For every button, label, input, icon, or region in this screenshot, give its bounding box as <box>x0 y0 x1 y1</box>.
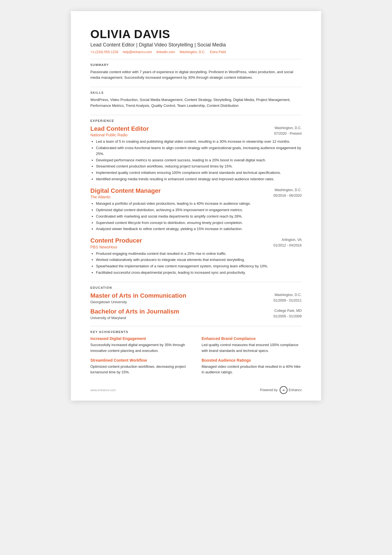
list-item: Coordinated with marketing and social me… <box>96 214 302 219</box>
edu-entry-2: Bachelor of Arts in Journalism Universit… <box>90 308 302 320</box>
edu-header-1: Master of Arts in Communication Georgeto… <box>90 292 302 304</box>
edu-left-1: Master of Arts in Communication Georgeto… <box>90 292 186 304</box>
achievement-item-2: Enhanced Brand Compliance Led quality co… <box>202 336 302 353</box>
skills-text: WordPress, Video Production, Social Medi… <box>90 97 302 109</box>
edu-meta-2: College Park, MD 01/2005 - 01/2009 <box>260 308 302 319</box>
experience-section: EXPERIENCE Lead Content Editor National … <box>90 119 302 276</box>
list-item: Identified emerging media trends resulti… <box>96 176 302 182</box>
footer-url: www.enhancv.com <box>90 388 116 392</box>
job-header-2: Digital Content Manager The Atlantic Was… <box>90 187 302 201</box>
job-location-1: Washington, D.C. <box>260 125 302 131</box>
job-dates-2: 05/2016 - 06/2020 <box>260 193 302 198</box>
achievement-title-3: Streamlined Content Workflow <box>90 358 190 362</box>
contact-location: Washington, D.C. <box>179 50 205 54</box>
list-item: Developed performance metrics to assess … <box>96 157 302 163</box>
job-location-2: Washington, D.C. <box>260 187 302 193</box>
achievements-label: KEY ACHIEVEMENTS <box>90 330 302 334</box>
job-header-3: Content Producer PBS NewsHour Arlington,… <box>90 237 302 251</box>
list-item: Optimized digital content distribution, … <box>96 207 302 213</box>
list-item: Streamlined content production workflows… <box>96 164 302 169</box>
job-bullets-2: Managed a portfolio of podcast video pro… <box>96 201 302 232</box>
job-header-1: Lead Content Editor National Public Radi… <box>90 125 302 139</box>
list-item: Collaborated with cross-functional teams… <box>96 145 302 157</box>
achievement-title-1: Increased Digital Engagement <box>90 336 190 341</box>
job-entry-2: Digital Content Manager The Atlantic Was… <box>90 187 302 232</box>
list-item: Supervised content lifecycle from concep… <box>96 220 302 226</box>
job-title-left-2: Digital Content Manager The Atlantic <box>90 187 161 201</box>
edu-location-2: College Park, MD <box>260 308 302 314</box>
achievement-item-3: Streamlined Content Workflow Optimized c… <box>90 358 190 375</box>
powered-by-text: Powered by <box>260 388 277 392</box>
candidate-title: Lead Content Editor | Digital Video Stor… <box>90 42 302 48</box>
list-item: Managed a portfolio of podcast video pro… <box>96 201 302 207</box>
job-title-2: Digital Content Manager <box>90 187 161 194</box>
education-divider <box>90 326 302 326</box>
job-meta-1: Washington, D.C. 07/2020 - Present <box>260 125 302 136</box>
brand-name: Enhancv <box>289 388 302 392</box>
resume-page: OLIVIA DAVIS Lead Content Editor | Digit… <box>71 11 321 401</box>
job-title-3: Content Producer <box>90 237 142 244</box>
job-title-1: Lead Content Editor <box>90 125 149 132</box>
achievement-desc-2: Led quality control measures that ensure… <box>202 342 302 353</box>
list-item: Facilitated successful cross-departmenta… <box>96 270 302 276</box>
education-section: EDUCATION Master of Arts in Communicatio… <box>90 286 302 320</box>
contact-phone: +1-(234)-555-1234 <box>90 50 118 54</box>
edu-dates-2: 01/2005 - 01/2009 <box>260 314 302 319</box>
summary-section: SUMMARY Passionate content editor with 7… <box>90 63 302 81</box>
job-entry-1: Lead Content Editor National Public Radi… <box>90 125 302 182</box>
job-bullets-3: Produced engaging multimedia content tha… <box>96 251 302 276</box>
education-label: EDUCATION <box>90 286 302 289</box>
contact-info: +1-(234)-555-1234 help@enhancv.com linke… <box>90 50 302 54</box>
achievement-title-2: Enhanced Brand Compliance <box>202 336 302 341</box>
list-item: Worked collaboratively with producers to… <box>96 257 302 263</box>
edu-school-2: University of Maryland <box>90 316 179 320</box>
skills-section: SKILLS WordPress, Video Production, Soci… <box>90 91 302 109</box>
list-item: Analyzed viewer feedback to refine conte… <box>96 226 302 232</box>
job-title-left-3: Content Producer PBS NewsHour <box>90 237 142 251</box>
list-item: Produced engaging multimedia content tha… <box>96 251 302 257</box>
edu-degree-2: Bachelor of Arts in Journalism <box>90 308 179 315</box>
summary-label: SUMMARY <box>90 63 302 66</box>
contact-extra: Extra Field <box>210 50 226 54</box>
achievement-desc-4: Managed video content production that re… <box>202 364 302 375</box>
list-item: Implemented quality control initiatives … <box>96 170 302 176</box>
job-location-3: Arlington, VA <box>260 237 302 243</box>
summary-text: Passionate content editor with 7 years o… <box>90 69 302 81</box>
skills-label: SKILLS <box>90 91 302 94</box>
job-title-left-1: Lead Content Editor National Public Radi… <box>90 125 149 139</box>
job-dates-1: 07/2020 - Present <box>260 131 302 136</box>
list-item: Spearheaded the implementation of a new … <box>96 263 302 269</box>
achievement-item-4: Boosted Audience Ratings Managed video c… <box>202 358 302 375</box>
job-bullets-1: Led a team of 5 in creating and publishi… <box>96 139 302 182</box>
edu-left-2: Bachelor of Arts in Journalism Universit… <box>90 308 179 320</box>
list-item: Led a team of 5 in creating and publishi… <box>96 139 302 145</box>
enhancv-logo-icon: ∞ <box>280 386 287 394</box>
edu-dates-1: 01/2009 - 01/2011 <box>260 298 302 303</box>
edu-school-1: Georgetown University <box>90 300 186 304</box>
experience-divider <box>90 282 302 282</box>
summary-divider <box>90 87 302 87</box>
achievement-desc-3: Optimized content production workflows, … <box>90 364 190 375</box>
job-meta-2: Washington, D.C. 05/2016 - 06/2020 <box>260 187 302 198</box>
job-company-1: National Public Radio <box>90 133 149 137</box>
achievement-item-1: Increased Digital Engagement Successfull… <box>90 336 190 353</box>
achievement-title-4: Boosted Audience Ratings <box>202 358 302 362</box>
header-section: OLIVIA DAVIS Lead Content Editor | Digit… <box>90 28 302 54</box>
edu-meta-1: Washington, D.C. 01/2009 - 01/2011 <box>260 292 302 303</box>
candidate-name: OLIVIA DAVIS <box>90 28 302 41</box>
skills-divider <box>90 115 302 115</box>
edu-header-2: Bachelor of Arts in Journalism Universit… <box>90 308 302 320</box>
edu-degree-1: Master of Arts in Communication <box>90 292 186 299</box>
job-meta-3: Arlington, VA 01/2012 - 04/2016 <box>260 237 302 248</box>
edu-entry-1: Master of Arts in Communication Georgeto… <box>90 292 302 304</box>
contact-linkedin: linkedin.com <box>157 50 175 54</box>
job-company-3: PBS NewsHour <box>90 245 142 249</box>
achievement-desc-1: Successfully increased digital engagemen… <box>90 342 190 353</box>
header-divider <box>90 59 302 59</box>
footer-logo: ∞ Enhancv <box>280 386 302 394</box>
contact-email: help@enhancv.com <box>123 50 152 54</box>
achievements-section: KEY ACHIEVEMENTS Increased Digital Engag… <box>90 330 302 375</box>
page-footer: www.enhancv.com Powered by ∞ Enhancv <box>90 386 302 394</box>
job-entry-3: Content Producer PBS NewsHour Arlington,… <box>90 237 302 276</box>
job-dates-3: 01/2012 - 04/2016 <box>260 243 302 248</box>
